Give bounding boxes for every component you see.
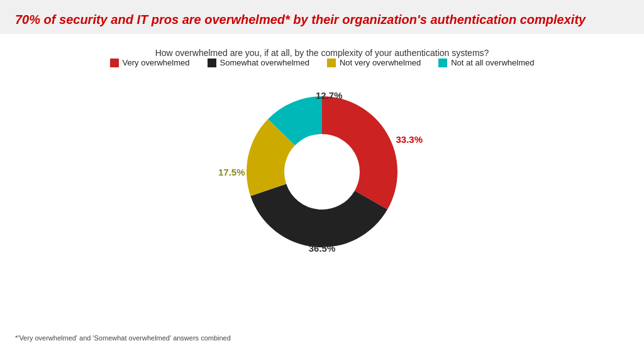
legend-color-0 xyxy=(110,59,119,67)
legend-item-3: Not at all overwhelmed xyxy=(438,58,534,67)
label-33: 33.3% xyxy=(396,134,423,145)
main-content: How overwhelmed are you, if at all, by t… xyxy=(0,34,644,348)
legend-label-2: Not very overwhelmed xyxy=(340,58,421,67)
footnote: *'Very overwhelmed' and 'Somewhat overwh… xyxy=(15,334,231,342)
legend-label-3: Not at all overwhelmed xyxy=(451,58,534,67)
subtitle: How overwhelmed are you, if at all, by t… xyxy=(140,48,504,58)
label-17: 17.5% xyxy=(218,167,245,177)
chart-area: 33.3% 36.5% 17.5% 12.7% xyxy=(228,77,416,266)
legend-color-3 xyxy=(438,59,447,67)
legend-color-2 xyxy=(327,59,336,67)
legend-color-1 xyxy=(208,59,216,67)
label-36: 36.5% xyxy=(309,243,336,254)
legend-item-2: Not very overwhelmed xyxy=(327,58,421,67)
legend-item-0: Very overwhelmed xyxy=(110,58,190,67)
page-container: 70% of security and IT pros are overwhel… xyxy=(0,0,644,348)
page-title: 70% of security and IT pros are overwhel… xyxy=(15,11,629,28)
label-12: 12.7% xyxy=(316,90,343,101)
title-bar: 70% of security and IT pros are overwhel… xyxy=(0,0,644,34)
donut-segment-0 xyxy=(322,96,397,210)
legend-label-1: Somewhat overwhelmed xyxy=(220,58,309,67)
legend-item-1: Somewhat overwhelmed xyxy=(208,58,309,67)
donut-chart xyxy=(228,77,416,266)
legend: Very overwhelmedSomewhat overwhelmedNot … xyxy=(110,58,535,67)
legend-label-0: Very overwhelmed xyxy=(123,58,190,67)
